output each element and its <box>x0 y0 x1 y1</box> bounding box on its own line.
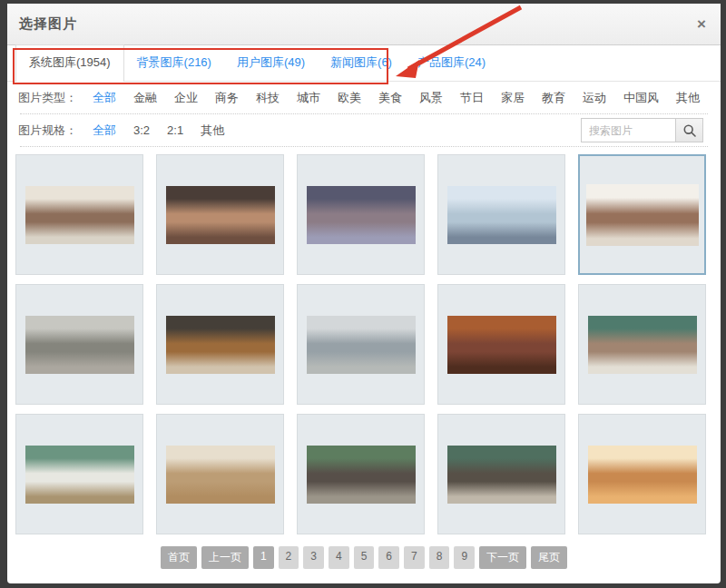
image-cell-student-writing-desk-globe[interactable] <box>297 154 425 275</box>
image-cell-colorful-bookshelves-closeup[interactable] <box>437 284 565 405</box>
page-number-1[interactable]: 1 <box>253 546 274 569</box>
image-type-options: 全部金融企业商务科技城市欧美美食风景节日家居教育运动中国风其他 <box>86 90 711 106</box>
image-cell-teacher-at-chalkboard-class[interactable] <box>437 414 565 534</box>
type-option-家居[interactable]: 家居 <box>495 90 531 105</box>
tab-系统图库(1954)[interactable]: 系统图库(1954) <box>15 44 124 82</box>
page-number-4[interactable]: 4 <box>329 546 349 569</box>
spec-option-3:2[interactable]: 3:2 <box>127 122 156 138</box>
image-thumbnail-students-facing-chalkboard <box>307 446 416 504</box>
type-option-全部[interactable]: 全部 <box>86 90 123 105</box>
image-thumbnail-empty-classroom-green-chalkboard <box>25 446 134 504</box>
divider <box>20 146 708 147</box>
image-cell-students-facing-chalkboard[interactable] <box>297 414 425 534</box>
page-number-8[interactable]: 8 <box>429 546 450 569</box>
type-option-企业[interactable]: 企业 <box>168 90 204 105</box>
page-number-6[interactable]: 6 <box>378 546 399 569</box>
tab-用户图库(49)[interactable]: 用户图库(49) <box>224 45 318 81</box>
image-thumbnail-students-computer-training-class <box>25 186 134 244</box>
image-cell-library-media-room-shelves[interactable] <box>156 284 284 405</box>
select-image-dialog: 选择图片 × 系统图库(1954)背景图库(216)用户图库(49)新闻图库(6… <box>7 4 721 583</box>
type-option-商务[interactable]: 商务 <box>209 90 245 105</box>
image-thumbnail-documents-laptop-keyboard <box>447 186 556 244</box>
page-nav-尾页[interactable]: 尾页 <box>531 546 567 569</box>
image-cell-kids-raising-hands-classroom[interactable] <box>578 414 706 534</box>
image-thumbnail-girl-shown-picture-book <box>166 186 275 244</box>
image-thumbnail-students-around-computer-monitor <box>25 316 134 374</box>
image-thumbnail-study-group-green-chalkboard <box>588 316 697 374</box>
image-type-label: 图片类型： <box>18 90 77 106</box>
type-option-欧美[interactable]: 欧美 <box>331 90 368 105</box>
page-number-7[interactable]: 7 <box>404 546 425 569</box>
type-option-运动[interactable]: 运动 <box>576 90 613 105</box>
type-option-风景[interactable]: 风景 <box>413 90 449 105</box>
image-cell-empty-classroom-wooden-desks[interactable] <box>156 414 284 534</box>
image-cell-teens-group-thumbs-up[interactable] <box>578 154 706 275</box>
tab-背景图库(216)[interactable]: 背景图库(216) <box>124 45 224 81</box>
image-cell-girl-shown-picture-book[interactable] <box>156 154 284 275</box>
image-thumbnail-colorful-bookshelves-closeup <box>447 316 556 374</box>
search-button[interactable] <box>675 118 703 142</box>
image-cell-students-around-computer-monitor[interactable] <box>15 284 143 405</box>
type-option-教育[interactable]: 教育 <box>535 90 572 105</box>
image-type-filter-row: 图片类型： 全部金融企业商务科技城市欧美美食风景节日家居教育运动中国风其他 <box>7 82 721 113</box>
image-cell-students-computer-training-class[interactable] <box>15 154 143 275</box>
image-spec-filter-row: 图片规格： 全部3:22:1其他 <box>7 114 721 146</box>
type-option-城市[interactable]: 城市 <box>290 90 327 105</box>
image-thumbnail-library-media-room-shelves <box>166 316 275 374</box>
image-thumbnail-student-writing-desk-globe <box>307 186 416 244</box>
image-cell-empty-classroom-green-chalkboard[interactable] <box>15 414 143 534</box>
type-option-其他[interactable]: 其他 <box>670 90 706 105</box>
image-thumbnail-empty-classroom-wooden-desks <box>166 446 275 504</box>
image-thumbnail-teacher-at-chalkboard-class <box>447 446 556 504</box>
image-thumbnail-modern-library-corridor-windows <box>307 316 416 374</box>
tab-产品图库(24)[interactable]: 产品图库(24) <box>405 45 498 81</box>
type-option-节日[interactable]: 节日 <box>454 90 490 105</box>
page-nav-上一页[interactable]: 上一页 <box>201 546 249 569</box>
page-nav-首页[interactable]: 首页 <box>161 546 197 569</box>
page-number-2[interactable]: 2 <box>279 546 299 569</box>
library-tabbar: 系统图库(1954)背景图库(216)用户图库(49)新闻图库(6)产品图库(2… <box>7 48 721 82</box>
page-number-9[interactable]: 9 <box>454 546 475 569</box>
page-number-3[interactable]: 3 <box>303 546 324 569</box>
page-number-5[interactable]: 5 <box>354 546 375 569</box>
image-cell-study-group-green-chalkboard[interactable] <box>578 284 706 405</box>
pagination: 首页上一页123456789下一页尾页 <box>7 546 721 569</box>
page-nav-下一页[interactable]: 下一页 <box>479 546 526 569</box>
type-option-美食[interactable]: 美食 <box>372 90 408 105</box>
type-option-中国风[interactable]: 中国风 <box>617 90 665 105</box>
search-input[interactable] <box>581 118 675 142</box>
type-option-金融[interactable]: 金融 <box>127 90 163 105</box>
image-cell-modern-library-corridor-windows[interactable] <box>297 284 425 405</box>
image-thumbnail-kids-raising-hands-classroom <box>588 446 697 504</box>
spec-option-2:1[interactable]: 2:1 <box>161 122 190 138</box>
image-cell-documents-laptop-keyboard[interactable] <box>437 154 565 275</box>
dialog-titlebar: 选择图片 × <box>7 4 721 45</box>
image-spec-label: 图片规格： <box>18 122 77 139</box>
tab-新闻图库(6)[interactable]: 新闻图库(6) <box>318 45 405 81</box>
type-option-科技[interactable]: 科技 <box>250 90 286 105</box>
dialog-title: 选择图片 <box>19 15 77 33</box>
image-thumbnail-teens-group-thumbs-up <box>586 184 699 246</box>
image-grid <box>15 154 712 534</box>
close-icon[interactable]: × <box>697 16 706 32</box>
image-spec-options: 全部3:22:1其他 <box>86 122 235 139</box>
search-box <box>581 118 703 142</box>
spec-option-全部[interactable]: 全部 <box>86 122 123 138</box>
magnifier-icon <box>682 123 697 138</box>
spec-option-其他[interactable]: 其他 <box>194 122 231 138</box>
